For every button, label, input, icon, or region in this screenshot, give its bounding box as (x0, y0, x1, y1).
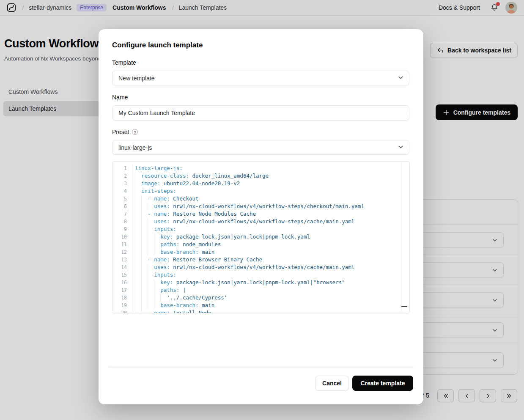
configure-launch-template-modal: Configure launch template Template New t… (99, 29, 423, 404)
indent-guide (135, 195, 135, 203)
indent-guide (135, 302, 135, 309)
line-number: 4 (112, 187, 127, 195)
chevron-down-icon (397, 143, 404, 152)
yaml-code-editor[interactable]: 1linux-large-js:2 resource-class: docker… (112, 161, 410, 313)
indent-guide (135, 264, 135, 271)
indent-guide (154, 302, 154, 309)
indent-guide (141, 195, 142, 203)
indent-guide (135, 180, 135, 187)
line-number: 15 (112, 271, 127, 279)
indent-guide (141, 302, 142, 309)
indent-guide (135, 218, 135, 225)
indent-guide (154, 248, 154, 256)
line-number: 13 (112, 256, 127, 264)
code-line: 13 - name: Restore Browser Binary Cache (112, 256, 409, 264)
template-select[interactable]: New template (112, 71, 409, 85)
code-line: 12 base-branch: main (112, 248, 409, 256)
line-number: 5 (112, 195, 127, 203)
indent-guide (135, 248, 135, 256)
indent-guide (148, 203, 148, 210)
code-line: 10 key: package-lock.json|yarn.lock|pnpm… (112, 233, 409, 241)
code-line: 14 uses: nrwl/nx-cloud-workflows/v4/work… (112, 264, 409, 271)
line-number: 8 (112, 218, 127, 225)
indent-guide (135, 271, 135, 279)
indent-guide (141, 264, 142, 271)
indent-guide (148, 241, 148, 248)
indent-guide (141, 271, 142, 279)
indent-guide (135, 203, 135, 210)
indent-guide (148, 279, 148, 286)
code-line: 18 '../.cache/Cypress' (112, 294, 409, 302)
code-line: 8 uses: nrwl/nx-cloud-workflows/v4/workf… (112, 218, 409, 225)
indent-guide (135, 210, 135, 218)
indent-guide (135, 256, 135, 264)
line-number: 17 (112, 286, 127, 294)
line-number: 2 (112, 172, 127, 180)
preset-select[interactable]: linux-large-js (112, 140, 409, 155)
indent-guide (148, 233, 148, 241)
indent-guide (141, 210, 142, 218)
line-number: 9 (112, 225, 127, 233)
create-template-button[interactable]: Create template (352, 376, 413, 391)
indent-guide (141, 294, 142, 302)
indent-guide (141, 279, 142, 286)
footer-divider (109, 368, 413, 368)
code-line: 9 inputs: (112, 225, 409, 233)
line-number: 18 (112, 294, 127, 302)
line-number: 1 (112, 165, 127, 172)
code-line: 7 - name: Restore Node Modules Cache (112, 210, 409, 218)
indent-guide (141, 286, 142, 294)
help-icon[interactable] (132, 129, 138, 135)
code-line: 3 image: ubuntu22.04-node20.19-v2 (112, 180, 409, 187)
name-input[interactable] (112, 105, 409, 121)
indent-guide (148, 225, 148, 233)
preset-field-label: Preset (112, 129, 138, 135)
indent-guide (160, 294, 161, 302)
code-line: 20 - name: Install Node (112, 309, 409, 313)
editor-scrollbar-track (401, 162, 402, 313)
indent-guide (148, 271, 148, 279)
line-number: 6 (112, 203, 127, 210)
indent-guide (141, 248, 142, 256)
code-line: 11 paths: node_modules (112, 241, 409, 248)
line-number: 3 (112, 180, 127, 187)
line-number: 7 (112, 210, 127, 218)
code-line: 1linux-large-js: (112, 165, 409, 172)
editor-scrollbar-thumb[interactable] (401, 306, 407, 307)
chevron-down-icon (397, 74, 404, 82)
indent-guide (141, 225, 142, 233)
name-field-label: Name (112, 94, 128, 101)
indent-guide (135, 279, 135, 286)
modal-title: Configure launch template (112, 41, 203, 49)
indent-guide (148, 218, 148, 225)
line-number: 20 (112, 309, 127, 313)
line-number: 14 (112, 264, 127, 271)
line-number: 11 (112, 241, 127, 248)
cancel-button[interactable]: Cancel (315, 376, 349, 391)
code-line: 16 key: package-lock.json|yarn.lock|pnpm… (112, 279, 409, 286)
template-field-label: Template (112, 59, 136, 66)
line-number: 10 (112, 233, 127, 241)
code-line: 6 uses: nrwl/nx-cloud-workflows/v4/workf… (112, 203, 409, 210)
indent-guide (141, 256, 142, 264)
line-number: 19 (112, 302, 127, 309)
line-number: 12 (112, 248, 127, 256)
code-line: 19 base-branch: main (112, 302, 409, 309)
indent-guide (141, 203, 142, 210)
indent-guide (154, 233, 154, 241)
indent-guide (135, 294, 135, 302)
code-line: 17 paths: | (112, 286, 409, 294)
indent-guide (135, 241, 135, 248)
indent-guide (148, 294, 148, 302)
indent-guide (141, 233, 142, 241)
indent-guide (135, 286, 135, 294)
indent-guide (135, 309, 135, 313)
indent-guide (154, 279, 154, 286)
code-line: 15 inputs: (112, 271, 409, 279)
indent-guide (135, 233, 135, 241)
code-lines: 1linux-large-js:2 resource-class: docker… (112, 162, 409, 313)
indent-guide (154, 286, 154, 294)
code-line: 2 resource-class: docker_linux_amd64/lar… (112, 172, 409, 180)
indent-guide (141, 309, 142, 313)
indent-guide (141, 218, 142, 225)
